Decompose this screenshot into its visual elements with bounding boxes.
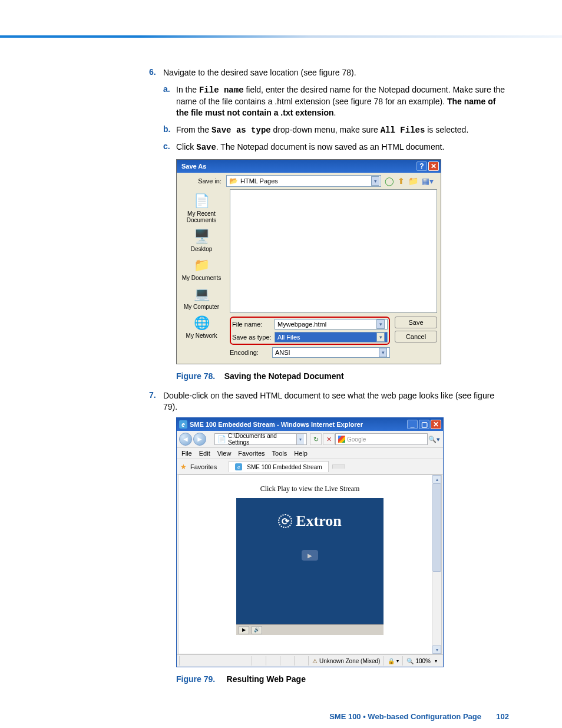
savein-value: HTML Pages [240, 177, 278, 185]
sub-marker: c. [163, 141, 176, 153]
savein-combo[interactable]: 📂 HTML Pages ▾ [226, 175, 381, 187]
refresh-icon[interactable]: ↻ [310, 433, 322, 445]
figure-78-caption: Figure 78. Saving the Notepad Document [176, 371, 509, 381]
toolbar-icons: ◯ ⬆ 📁 ▦▾ [381, 176, 437, 186]
video-player: ⟳ Extron ▶ ▶ 🔊 [236, 498, 384, 635]
filename-input[interactable]: Mywebpage.html ▾ [275, 319, 388, 330]
menu-tools[interactable]: Tools [272, 450, 287, 457]
stop-icon[interactable]: ✕ [323, 433, 335, 445]
sidebar-computer[interactable]: 💻 My Computer [178, 286, 225, 310]
player-controls: ▶ 🔊 [236, 624, 384, 635]
forward-button[interactable]: ► [193, 433, 206, 446]
close-icon[interactable]: ✕ [428, 162, 439, 171]
menu-favorites[interactable]: Favorites [238, 450, 265, 457]
sub-text: Click Save. The Notepad document is now … [176, 141, 509, 153]
scroll-down-icon[interactable]: ▾ [432, 645, 441, 654]
menu-file[interactable]: File [181, 450, 192, 457]
recent-icon: 📄 [193, 193, 210, 209]
ie-menu-bar: File Edit View Favorites Tools Help [177, 448, 443, 459]
savein-row: Save in: 📂 HTML Pages ▾ ◯ ⬆ 📁 ▦▾ [177, 173, 441, 189]
step-6b: b. From the Save as type drop-down menu,… [149, 124, 509, 136]
volume-icon[interactable]: 🔊 [252, 626, 262, 634]
cancel-button[interactable]: Cancel [395, 331, 437, 342]
chevron-down-icon[interactable]: ▾ [296, 434, 304, 444]
views-icon[interactable]: ▦▾ [422, 176, 434, 186]
step-text: Navigate to the desired save location (s… [163, 67, 509, 78]
page-number: 102 [496, 712, 509, 721]
sidebar-documents[interactable]: 📁 My Documents [178, 257, 225, 281]
saveas-dialog: Save As ? ✕ Save in: 📂 HTML Pages ▾ ◯ ⬆ … [176, 159, 441, 364]
encoding-input[interactable]: ANSI ▾ [272, 347, 390, 358]
sub-text: In the File name field, enter the desire… [176, 84, 509, 118]
close-icon[interactable]: ✕ [431, 420, 441, 429]
page-footer: SME 100 • Web-based Configuration Page 1… [329, 712, 509, 721]
scrollbar[interactable]: ▴ ▾ [432, 475, 441, 654]
up-icon[interactable]: ⬆ [398, 176, 405, 186]
extron-logo: ⟳ Extron [236, 498, 384, 530]
new-tab-button[interactable] [332, 465, 345, 469]
step-7: 7. Double-click on the saved HTML docume… [149, 390, 509, 413]
saveas-sidebar: 📄 My Recent Documents 🖥️ Desktop 📁 My Do… [177, 189, 226, 364]
back-icon[interactable]: ◯ [385, 176, 394, 186]
back-button[interactable]: ◄ [179, 433, 192, 446]
saveastype-label: Save as type: [232, 334, 275, 341]
saveas-title: Save As [181, 163, 415, 170]
saveastype-input[interactable]: All Files ▾ [275, 332, 388, 342]
computer-icon: 💻 [193, 286, 210, 302]
sidebar-network[interactable]: 🌐 My Network [178, 315, 225, 339]
protected-mode-icon[interactable]: 🔒▾ [384, 656, 402, 666]
sidebar-desktop[interactable]: 🖥️ Desktop [178, 228, 225, 252]
figure-79-caption: Figure 79. Resulting Web Page [176, 674, 509, 684]
ie-icon: e [235, 463, 242, 470]
help-icon[interactable]: ? [416, 162, 427, 171]
zone-status: ⚠ Unknown Zone (Mixed) [308, 656, 384, 666]
google-icon [338, 436, 345, 443]
menu-view[interactable]: View [217, 450, 232, 457]
ie-title: SME 100 Embedded Stream - Windows Intern… [190, 421, 406, 428]
step-6: 6. Navigate to the desired save location… [149, 67, 509, 78]
menu-edit[interactable]: Edit [199, 450, 210, 457]
savein-label: Save in: [177, 177, 226, 185]
play-icon[interactable]: ▶ [239, 626, 249, 634]
maximize-icon[interactable]: ▢ [419, 420, 429, 429]
page-content: 6. Navigate to the desired save location… [0, 67, 562, 684]
search-input[interactable]: Google [335, 433, 428, 445]
ie-window: e SME 100 Embedded Stream - Windows Inte… [176, 417, 444, 667]
ie-status-bar: ⚠ Unknown Zone (Mixed) 🔒▾ 🔍 100% ▾ [177, 654, 443, 667]
file-listing[interactable] [230, 189, 437, 313]
folder-icon: 📂 [229, 177, 238, 185]
page-icon: 📄 [217, 435, 226, 443]
play-button[interactable]: ▶ [302, 550, 318, 561]
chevron-down-icon[interactable]: ▾ [376, 319, 385, 329]
ie-titlebar: e SME 100 Embedded Stream - Windows Inte… [177, 418, 443, 431]
zoom-control[interactable]: 🔍 100% ▾ [402, 656, 441, 666]
search-icon[interactable]: 🔍▾ [428, 433, 440, 445]
browser-content: ▴ ▾ Click Play to view the Live Stream ⟳… [178, 475, 442, 654]
chevron-down-icon[interactable]: ▾ [371, 176, 379, 186]
new-folder-icon[interactable]: 📁 [408, 176, 418, 186]
ie-nav-toolbar: ◄ ► 📄 C:\Documents and Settings ▾ ↻ ✕ Go… [177, 431, 443, 448]
save-button[interactable]: Save [395, 317, 437, 328]
step-number: 6. [149, 67, 163, 78]
chevron-down-icon[interactable]: ▾ [376, 332, 385, 342]
code-save-as-type: Save as type [211, 126, 271, 135]
scroll-up-icon[interactable]: ▴ [432, 475, 441, 483]
filename-label: File name: [232, 321, 275, 328]
browser-tab[interactable]: e SME 100 Embedded Stream [229, 461, 328, 472]
sub-marker: b. [163, 124, 176, 136]
favorites-label[interactable]: Favorites [190, 463, 217, 470]
sub-text: From the Save as type drop-down menu, ma… [176, 124, 509, 136]
minimize-icon[interactable]: _ [407, 420, 418, 429]
code-save: Save [196, 143, 216, 152]
network-icon: 🌐 [193, 315, 210, 331]
menu-help[interactable]: Help [294, 450, 308, 457]
step-text: Double-click on the saved HTML document … [163, 390, 509, 413]
favorites-bar: ★ Favorites e SME 100 Embedded Stream [177, 459, 443, 475]
encoding-label: Encoding: [230, 349, 272, 356]
status-empty [179, 656, 252, 666]
sidebar-recent[interactable]: 📄 My Recent Documents [178, 193, 225, 223]
address-bar[interactable]: 📄 C:\Documents and Settings ▾ [214, 433, 307, 445]
code-all-files: All Files [381, 126, 425, 135]
chevron-down-icon[interactable]: ▾ [379, 348, 387, 357]
scroll-thumb[interactable] [432, 483, 441, 572]
